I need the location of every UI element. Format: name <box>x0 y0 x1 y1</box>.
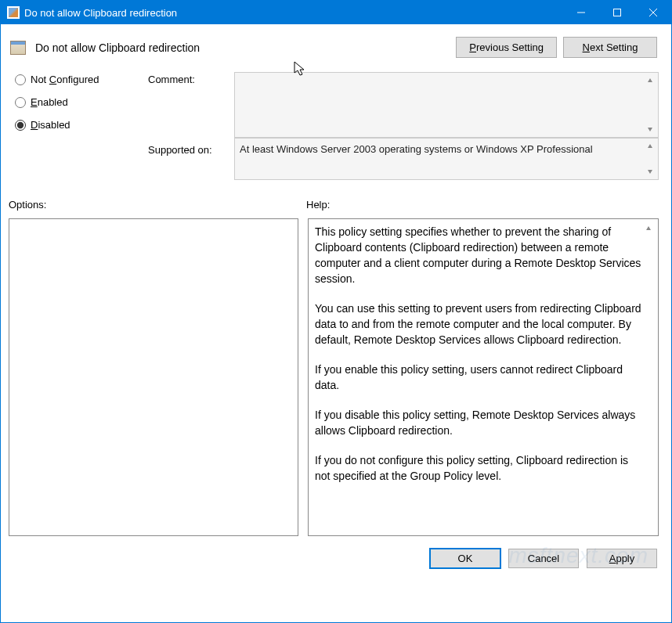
supported-on-value: At least Windows Server 2003 operating s… <box>240 143 593 155</box>
supported-scroll-up[interactable] <box>644 140 656 153</box>
comment-field[interactable] <box>234 72 659 138</box>
previous-setting-button[interactable]: Previous Setting <box>456 37 557 58</box>
help-scroll-up[interactable] <box>642 222 655 235</box>
state-radio-group: Not Configured Enabled Disabled <box>15 72 140 131</box>
radio-disabled-label: Disabled <box>31 119 70 131</box>
panes: This policy setting specifies whether to… <box>1 215 671 536</box>
policy-icon <box>10 41 26 55</box>
svg-marker-5 <box>648 128 652 131</box>
svg-marker-4 <box>648 78 652 82</box>
policy-header: Do not allow Clipboard redirection Previ… <box>1 24 671 72</box>
radio-not-configured[interactable]: Not Configured <box>15 74 140 85</box>
close-button[interactable] <box>635 1 671 24</box>
radio-disabled-input[interactable] <box>15 120 26 131</box>
minimize-button[interactable] <box>563 1 599 24</box>
svg-marker-8 <box>646 226 651 230</box>
title-bar: Do not allow Clipboard redirection <box>1 1 671 24</box>
options-label: Options: <box>9 199 306 211</box>
help-paragraph: You can use this setting to prevent user… <box>315 301 642 348</box>
options-pane <box>9 218 298 536</box>
maximize-button[interactable] <box>599 1 635 24</box>
dialog-buttons: OK Cancel Apply <box>1 536 671 568</box>
supported-on-field: At least Windows Server 2003 operating s… <box>234 138 659 180</box>
window-title: Do not allow Clipboard redirection <box>24 7 177 19</box>
radio-not-configured-input[interactable] <box>15 74 26 85</box>
svg-marker-7 <box>648 170 652 174</box>
help-paragraph: If you enable this policy setting, users… <box>315 362 642 393</box>
svg-rect-1 <box>614 9 621 16</box>
radio-enabled-input[interactable] <box>15 97 26 108</box>
help-pane: This policy setting specifies whether to… <box>308 218 659 536</box>
apply-button[interactable]: Apply <box>587 549 657 568</box>
cancel-button[interactable]: Cancel <box>508 549 579 568</box>
radio-enabled-label: Enabled <box>31 96 68 108</box>
supported-scroll-down[interactable] <box>644 165 656 178</box>
radio-disabled[interactable]: Disabled <box>15 119 140 131</box>
help-paragraph: This policy setting specifies whether to… <box>315 224 642 286</box>
policy-title: Do not allow Clipboard redirection <box>35 41 200 54</box>
radio-not-configured-label: Not Configured <box>31 74 99 85</box>
comment-label: Comment: <box>148 72 226 85</box>
help-paragraph: If you disable this policy setting, Remo… <box>315 407 642 438</box>
app-icon <box>7 6 20 19</box>
supported-on-label: Supported on: <box>148 138 226 156</box>
window-controls <box>563 1 671 24</box>
comment-scroll-down[interactable] <box>644 123 656 135</box>
svg-marker-6 <box>648 144 652 148</box>
help-paragraph: If you do not configure this policy sett… <box>315 452 642 484</box>
settings-grid: Not Configured Enabled Disabled Comment:… <box>1 72 671 180</box>
comment-scroll-up[interactable] <box>644 74 656 87</box>
section-labels: Options: Help: <box>1 180 671 215</box>
ok-button[interactable]: OK <box>430 549 500 568</box>
next-setting-button[interactable]: Next Setting <box>563 37 657 58</box>
radio-enabled[interactable]: Enabled <box>15 96 140 108</box>
help-label: Help: <box>306 199 330 211</box>
